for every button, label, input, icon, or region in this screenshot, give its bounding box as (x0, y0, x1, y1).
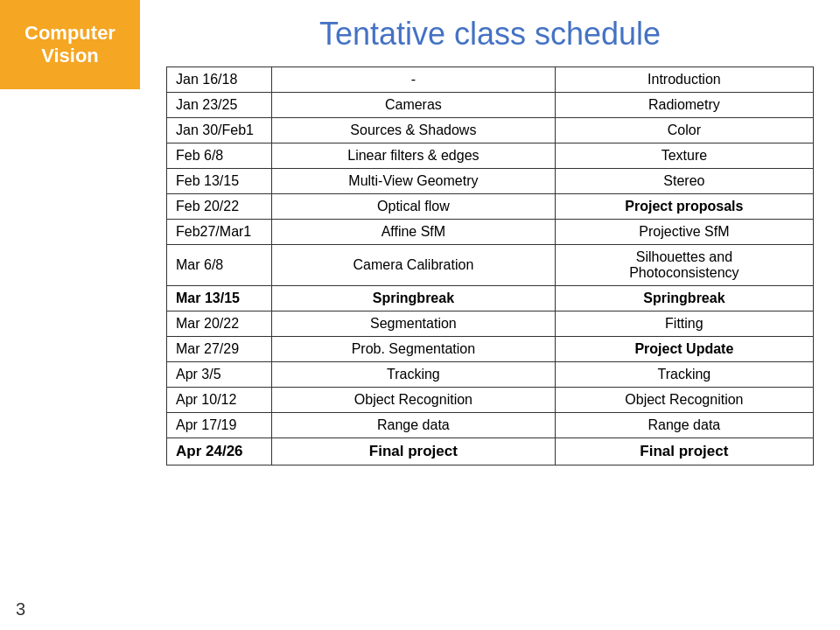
date-cell: Feb 6/8 (167, 144, 272, 169)
date-cell: Feb 20/22 (167, 194, 272, 220)
topic-cell: - (272, 67, 556, 93)
table-row: Jan 30/Feb1Sources & ShadowsColor (167, 118, 814, 144)
topic2-cell: Stereo (555, 169, 813, 194)
topic2-cell: Project proposals (555, 194, 813, 220)
brand-corner: Computer Vision (0, 0, 140, 89)
topic2-cell: Texture (555, 144, 813, 169)
topic2-cell: Radiometry (555, 93, 813, 118)
date-cell: Apr 3/5 (167, 362, 272, 388)
table-row: Feb 6/8Linear filters & edgesTexture (167, 144, 814, 169)
topic2-cell: Object Recognition (555, 388, 813, 413)
slide-number: 3 (16, 599, 25, 620)
topic-cell: Tracking (272, 362, 556, 388)
topic-cell: Affine SfM (272, 220, 556, 245)
date-cell: Apr 17/19 (167, 413, 272, 438)
table-row: Mar 27/29Prob. SegmentationProject Updat… (167, 337, 814, 362)
date-cell: Mar 13/15 (167, 286, 272, 312)
schedule-table: Jan 16/18-IntroductionJan 23/25CamerasRa… (166, 66, 814, 466)
table-row: Feb 20/22Optical flowProject proposals (167, 194, 814, 220)
topic-cell: Sources & Shadows (272, 118, 556, 144)
table-row: Feb27/Mar1Affine SfMProjective SfM (167, 220, 814, 245)
table-row: Mar 13/15SpringbreakSpringbreak (167, 286, 814, 312)
topic2-cell: Projective SfM (555, 220, 813, 245)
date-cell: Apr 24/26 (167, 438, 272, 466)
topic2-cell: Project Update (555, 337, 813, 362)
topic-cell: Springbreak (272, 286, 556, 312)
topic-cell: Optical flow (272, 194, 556, 220)
date-cell: Jan 16/18 (167, 67, 272, 93)
table-row: Jan 16/18-Introduction (167, 67, 814, 93)
page-title: Tentative class schedule (319, 16, 661, 52)
topic-cell: Range data (272, 413, 556, 438)
topic2-cell: Introduction (555, 67, 813, 93)
table-row: Apr 24/26Final projectFinal project (167, 438, 814, 466)
table-row: Feb 13/15Multi-View GeometryStereo (167, 169, 814, 194)
main-content: Tentative class schedule Jan 16/18-Intro… (140, 0, 840, 630)
topic-cell: Object Recognition (272, 388, 556, 413)
table-row: Apr 3/5TrackingTracking (167, 362, 814, 388)
topic2-cell: Tracking (555, 362, 813, 388)
topic2-cell: Range data (555, 413, 813, 438)
table-row: Mar 6/8Camera CalibrationSilhouettes and… (167, 245, 814, 286)
table-row: Apr 10/12Object RecognitionObject Recogn… (167, 388, 814, 413)
brand-line2: Vision (41, 45, 99, 66)
topic-cell: Linear filters & edges (272, 144, 556, 169)
topic-cell: Multi-View Geometry (272, 169, 556, 194)
topic-cell: Final project (272, 438, 556, 466)
date-cell: Feb 13/15 (167, 169, 272, 194)
topic2-cell: Silhouettes andPhotoconsistency (555, 245, 813, 286)
date-cell: Mar 27/29 (167, 337, 272, 362)
topic2-cell: Final project (555, 438, 813, 466)
brand-line1: Computer (24, 22, 116, 44)
date-cell: Feb27/Mar1 (167, 220, 272, 245)
date-cell: Mar 20/22 (167, 312, 272, 337)
table-row: Mar 20/22SegmentationFitting (167, 312, 814, 337)
brand-text: Computer Vision (24, 22, 116, 68)
topic-cell: Segmentation (272, 312, 556, 337)
date-cell: Apr 10/12 (167, 388, 272, 413)
date-cell: Mar 6/8 (167, 245, 272, 286)
table-row: Jan 23/25CamerasRadiometry (167, 93, 814, 118)
schedule-body: Jan 16/18-IntroductionJan 23/25CamerasRa… (167, 67, 814, 466)
topic2-cell: Springbreak (555, 286, 813, 312)
topic2-cell: Fitting (555, 312, 813, 337)
topic-cell: Prob. Segmentation (272, 337, 556, 362)
topic-cell: Camera Calibration (272, 245, 556, 286)
date-cell: Jan 30/Feb1 (167, 118, 272, 144)
table-row: Apr 17/19Range dataRange data (167, 413, 814, 438)
topic2-cell: Color (555, 118, 813, 144)
date-cell: Jan 23/25 (167, 93, 272, 118)
topic-cell: Cameras (272, 93, 556, 118)
